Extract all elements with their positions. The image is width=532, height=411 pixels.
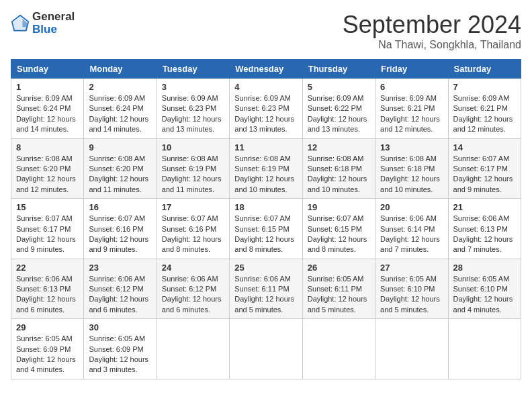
header-row: Sunday Monday Tuesday Wednesday Thursday…: [11, 60, 521, 79]
table-row: [230, 319, 302, 379]
cell-info: Sunrise: 6:07 AMSunset: 6:16 PMDaylight:…: [89, 214, 151, 255]
cell-info: Sunrise: 6:06 AMSunset: 6:14 PMDaylight:…: [380, 214, 443, 255]
table-row: [157, 319, 229, 379]
day-number: 3: [162, 82, 224, 92]
cell-info: Sunrise: 6:08 AMSunset: 6:19 PMDaylight:…: [162, 154, 224, 195]
table-row: 14Sunrise: 6:07 AMSunset: 6:17 PMDayligh…: [448, 138, 521, 199]
calendar-row: 8Sunrise: 6:08 AMSunset: 6:20 PMDaylight…: [11, 138, 521, 199]
cell-info: Sunrise: 6:06 AMSunset: 6:12 PMDaylight:…: [162, 274, 224, 316]
logo-text: General Blue: [32, 11, 75, 36]
day-number: 17: [162, 202, 224, 212]
day-number: 13: [380, 142, 443, 152]
day-number: 14: [453, 142, 516, 152]
calendar-table: Sunday Monday Tuesday Wednesday Thursday…: [11, 59, 521, 379]
day-number: 8: [16, 142, 79, 152]
logo: General Blue: [11, 11, 75, 36]
cell-info: Sunrise: 6:06 AMSunset: 6:12 PMDaylight:…: [89, 274, 151, 316]
table-row: 30Sunrise: 6:05 AMSunset: 6:09 PMDayligh…: [84, 319, 157, 379]
table-row: 19Sunrise: 6:07 AMSunset: 6:15 PMDayligh…: [302, 199, 375, 259]
cell-info: Sunrise: 6:05 AMSunset: 6:10 PMDaylight:…: [453, 274, 516, 316]
day-number: 26: [308, 263, 370, 273]
month-title: September 2024: [343, 11, 521, 39]
cell-info: Sunrise: 6:09 AMSunset: 6:21 PMDaylight:…: [380, 93, 443, 135]
table-row: 6Sunrise: 6:09 AMSunset: 6:21 PMDaylight…: [375, 79, 448, 139]
table-row: 17Sunrise: 6:07 AMSunset: 6:16 PMDayligh…: [157, 199, 229, 259]
table-row: [302, 319, 375, 379]
table-row: 16Sunrise: 6:07 AMSunset: 6:16 PMDayligh…: [84, 199, 157, 259]
cell-info: Sunrise: 6:05 AMSunset: 6:11 PMDaylight:…: [308, 274, 370, 316]
table-row: 8Sunrise: 6:08 AMSunset: 6:20 PMDaylight…: [11, 138, 84, 199]
day-number: 12: [308, 142, 370, 152]
calendar-row: 22Sunrise: 6:06 AMSunset: 6:13 PMDayligh…: [11, 259, 521, 319]
cell-info: Sunrise: 6:07 AMSunset: 6:15 PMDaylight:…: [234, 214, 297, 255]
table-row: 5Sunrise: 6:09 AMSunset: 6:22 PMDaylight…: [302, 79, 375, 139]
day-number: 24: [162, 263, 224, 273]
table-row: 29Sunrise: 6:05 AMSunset: 6:09 PMDayligh…: [11, 319, 84, 379]
location-title: Na Thawi, Songkhla, Thailand: [343, 39, 521, 51]
cell-info: Sunrise: 6:08 AMSunset: 6:18 PMDaylight:…: [308, 154, 370, 195]
table-row: 12Sunrise: 6:08 AMSunset: 6:18 PMDayligh…: [302, 138, 375, 199]
logo-blue: Blue: [32, 24, 75, 36]
day-number: 22: [16, 263, 79, 273]
table-row: 15Sunrise: 6:07 AMSunset: 6:17 PMDayligh…: [11, 199, 84, 259]
day-number: 28: [453, 263, 516, 273]
table-row: 4Sunrise: 6:09 AMSunset: 6:23 PMDaylight…: [230, 79, 302, 139]
table-row: 2Sunrise: 6:09 AMSunset: 6:24 PMDaylight…: [84, 79, 157, 139]
cell-info: Sunrise: 6:07 AMSunset: 6:15 PMDaylight:…: [308, 214, 370, 255]
day-number: 2: [89, 82, 151, 92]
table-row: 25Sunrise: 6:06 AMSunset: 6:11 PMDayligh…: [230, 259, 302, 319]
day-number: 1: [16, 82, 79, 92]
table-row: 24Sunrise: 6:06 AMSunset: 6:12 PMDayligh…: [157, 259, 229, 319]
cell-info: Sunrise: 6:06 AMSunset: 6:13 PMDaylight:…: [16, 274, 79, 316]
cell-info: Sunrise: 6:06 AMSunset: 6:11 PMDaylight:…: [234, 274, 297, 316]
day-number: 29: [16, 322, 79, 332]
table-row: 9Sunrise: 6:08 AMSunset: 6:20 PMDaylight…: [84, 138, 157, 199]
table-row: 18Sunrise: 6:07 AMSunset: 6:15 PMDayligh…: [230, 199, 302, 259]
day-number: 23: [89, 263, 151, 273]
cell-info: Sunrise: 6:05 AMSunset: 6:10 PMDaylight:…: [380, 274, 443, 316]
day-number: 6: [380, 82, 443, 92]
header-friday: Friday: [375, 60, 448, 79]
table-row: [448, 319, 521, 379]
logo-general: General: [32, 11, 75, 24]
cell-info: Sunrise: 6:09 AMSunset: 6:23 PMDaylight:…: [162, 93, 224, 135]
table-row: 1Sunrise: 6:09 AMSunset: 6:24 PMDaylight…: [11, 79, 84, 139]
table-row: [375, 319, 448, 379]
day-number: 11: [234, 142, 297, 152]
table-row: 27Sunrise: 6:05 AMSunset: 6:10 PMDayligh…: [375, 259, 448, 319]
cell-info: Sunrise: 6:08 AMSunset: 6:20 PMDaylight:…: [16, 154, 79, 195]
header-saturday: Saturday: [448, 60, 521, 79]
table-row: 22Sunrise: 6:06 AMSunset: 6:13 PMDayligh…: [11, 259, 84, 319]
day-number: 25: [234, 263, 297, 273]
header-thursday: Thursday: [302, 60, 375, 79]
cell-info: Sunrise: 6:07 AMSunset: 6:17 PMDaylight:…: [453, 154, 516, 195]
day-number: 30: [89, 322, 151, 332]
logo-icon: [11, 14, 30, 33]
table-row: 21Sunrise: 6:06 AMSunset: 6:13 PMDayligh…: [448, 199, 521, 259]
header-monday: Monday: [84, 60, 157, 79]
day-number: 7: [453, 82, 516, 92]
table-row: 26Sunrise: 6:05 AMSunset: 6:11 PMDayligh…: [302, 259, 375, 319]
calendar-row: 15Sunrise: 6:07 AMSunset: 6:17 PMDayligh…: [11, 199, 521, 259]
day-number: 20: [380, 202, 443, 212]
day-number: 5: [308, 82, 370, 92]
table-row: 28Sunrise: 6:05 AMSunset: 6:10 PMDayligh…: [448, 259, 521, 319]
calendar-row: 29Sunrise: 6:05 AMSunset: 6:09 PMDayligh…: [11, 319, 521, 379]
cell-info: Sunrise: 6:05 AMSunset: 6:09 PMDaylight:…: [89, 334, 151, 375]
header-tuesday: Tuesday: [157, 60, 229, 79]
cell-info: Sunrise: 6:09 AMSunset: 6:22 PMDaylight:…: [308, 93, 370, 135]
cell-info: Sunrise: 6:08 AMSunset: 6:19 PMDaylight:…: [234, 154, 297, 195]
cell-info: Sunrise: 6:09 AMSunset: 6:21 PMDaylight:…: [453, 93, 516, 135]
table-row: 20Sunrise: 6:06 AMSunset: 6:14 PMDayligh…: [375, 199, 448, 259]
cell-info: Sunrise: 6:08 AMSunset: 6:18 PMDaylight:…: [380, 154, 443, 195]
cell-info: Sunrise: 6:09 AMSunset: 6:24 PMDaylight:…: [89, 93, 151, 135]
cell-info: Sunrise: 6:08 AMSunset: 6:20 PMDaylight:…: [89, 154, 151, 195]
table-row: 13Sunrise: 6:08 AMSunset: 6:18 PMDayligh…: [375, 138, 448, 199]
cell-info: Sunrise: 6:09 AMSunset: 6:23 PMDaylight:…: [234, 93, 297, 135]
day-number: 27: [380, 263, 443, 273]
page-header: General Blue September 2024 Na Thawi, So…: [11, 11, 521, 51]
day-number: 10: [162, 142, 224, 152]
header-wednesday: Wednesday: [230, 60, 302, 79]
table-row: 23Sunrise: 6:06 AMSunset: 6:12 PMDayligh…: [84, 259, 157, 319]
calendar-row: 1Sunrise: 6:09 AMSunset: 6:24 PMDaylight…: [11, 79, 521, 139]
